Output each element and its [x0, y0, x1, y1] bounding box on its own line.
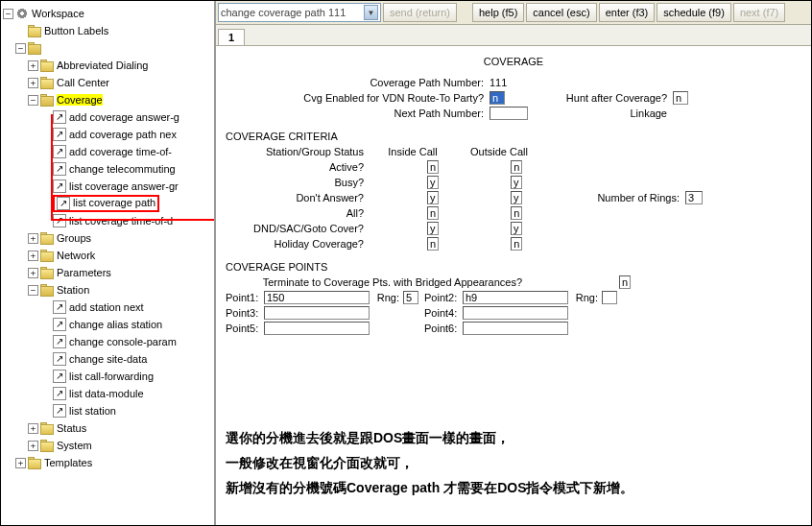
status-node[interactable]: +Status [3, 419, 212, 437]
p3-label: Point3: [226, 307, 264, 319]
folder-open-icon [40, 284, 54, 296]
terminate-label: Terminate to Coverage Pts. with Bridged … [226, 276, 528, 288]
p5-value[interactable] [264, 322, 370, 335]
p6-value[interactable] [463, 322, 568, 335]
expander-icon[interactable]: − [28, 285, 38, 296]
busy-outside[interactable]: y [511, 176, 522, 189]
coverage-item-label: change telecommuting [69, 163, 176, 175]
groups-node[interactable]: +Groups [3, 229, 212, 247]
expander-icon[interactable]: − [3, 9, 13, 19]
rng1-label: Rng: [370, 292, 403, 303]
station-item[interactable]: add station next [3, 299, 212, 316]
p4-value[interactable] [463, 306, 568, 320]
station-item-label: list call-forwarding [69, 371, 154, 382]
call-center-node[interactable]: + Call Center [3, 74, 212, 91]
container-node[interactable]: − [3, 39, 212, 57]
coverage-item[interactable]: add coverage time-of- [3, 143, 212, 160]
holiday-inside[interactable]: n [427, 237, 439, 251]
workspace-icon [15, 7, 29, 20]
busy-inside[interactable]: y [427, 176, 439, 189]
expander-icon[interactable]: + [28, 60, 38, 71]
command-combo[interactable]: change coverage path 111 ▼ [218, 3, 381, 22]
dnd-inside[interactable]: y [427, 222, 439, 235]
station-item[interactable]: list call-forwarding [3, 368, 212, 385]
coverage-item[interactable]: list coverage answer-gr [3, 178, 212, 195]
holiday-outside[interactable]: n [511, 237, 522, 251]
toolbar: change coverage path 111 ▼ send (return)… [216, 1, 811, 25]
next-button[interactable]: next (f7) [733, 3, 785, 22]
folder-icon [40, 77, 54, 88]
sg-label: Station/Group Status [226, 146, 370, 157]
button-labels-node[interactable]: Button Labels [3, 22, 212, 39]
parameters-node[interactable]: +Parameters [3, 264, 212, 281]
expander-icon[interactable]: + [28, 78, 38, 88]
coverage-node[interactable]: − Coverage [3, 91, 212, 108]
expander-icon[interactable]: − [28, 95, 38, 106]
coverage-item[interactable]: change telecommuting [3, 160, 212, 178]
annotation-arrow [51, 114, 53, 221]
cancel-button[interactable]: cancel (esc) [526, 3, 596, 22]
system-node[interactable]: +System [3, 437, 212, 454]
main-panel: change coverage path 111 ▼ send (return)… [216, 1, 811, 525]
send-button[interactable]: send (return) [383, 3, 457, 22]
next-path-value[interactable] [490, 107, 528, 120]
dont-inside[interactable]: y [427, 191, 439, 204]
expander-icon[interactable]: + [28, 233, 38, 244]
station-item-label: list data-module [69, 388, 144, 399]
enter-button[interactable]: enter (f3) [599, 3, 656, 22]
p2-value[interactable]: h9 [463, 291, 568, 304]
templates-node[interactable]: +Templates [3, 454, 212, 471]
cvg-value[interactable]: n [490, 91, 505, 105]
chevron-down-icon[interactable]: ▼ [364, 5, 378, 20]
busy-label: Busy? [226, 177, 370, 188]
terminate-value[interactable]: n [619, 275, 631, 289]
hunt-value[interactable]: n [673, 91, 688, 105]
all-inside[interactable]: n [427, 206, 439, 220]
annotation-line: 選你的分機進去後就是跟DOS畫面一樣的畫面， [226, 425, 633, 450]
tab-1[interactable]: 1 [218, 29, 245, 45]
expander-icon[interactable]: + [28, 441, 38, 451]
active-inside[interactable]: n [427, 160, 439, 174]
coverage-item[interactable]: add coverage path nex [3, 126, 212, 143]
rng2-value[interactable] [602, 291, 617, 304]
abbrev-node[interactable]: + Abbreviated Dialing [3, 57, 212, 74]
schedule-button[interactable]: schedule (f9) [657, 3, 731, 22]
p6-label: Point6: [424, 323, 463, 334]
coverage-item-label: add coverage path nex [69, 129, 177, 140]
dnd-outside[interactable]: y [511, 222, 522, 235]
workspace-node[interactable]: − Workspace [3, 5, 212, 22]
dont-label: Don't Answer? [226, 192, 370, 203]
active-outside[interactable]: n [511, 160, 522, 174]
expander-icon[interactable]: + [28, 251, 38, 261]
station-item[interactable]: change site-data [3, 350, 212, 368]
p3-value[interactable] [264, 306, 370, 320]
station-label: Station [57, 284, 89, 296]
system-label: System [57, 440, 92, 451]
station-item[interactable]: change alias station [3, 316, 212, 333]
expander-icon[interactable]: − [15, 43, 26, 54]
p1-value[interactable]: 150 [264, 291, 370, 304]
folder-icon [40, 232, 54, 244]
coverage-item[interactable]: add coverage answer-g [3, 108, 212, 126]
content-area: COVERAGE Coverage Path Number: 111 Cvg E… [216, 46, 811, 525]
rng1-value[interactable]: 5 [403, 291, 418, 304]
rings-value[interactable]: 3 [685, 191, 703, 204]
station-item[interactable]: change console-param [3, 333, 212, 350]
network-node[interactable]: +Network [3, 247, 212, 264]
coverage-item-selected[interactable]: list coverage path [3, 195, 212, 212]
station-node[interactable]: −Station [3, 281, 212, 299]
expander-icon[interactable]: + [28, 268, 38, 278]
dont-outside[interactable]: y [511, 191, 522, 204]
station-item[interactable]: list station [3, 402, 212, 419]
hunt-label: Hunt after Coverage? [505, 92, 673, 104]
expander-icon[interactable]: + [28, 423, 38, 434]
all-label: All? [226, 207, 370, 219]
coverage-item[interactable]: list coverage time-of-d [3, 212, 212, 229]
all-outside[interactable]: n [511, 206, 522, 220]
coverage-item-label: list coverage path [73, 197, 155, 208]
station-item[interactable]: list data-module [3, 385, 212, 402]
tree: − Workspace Button Labels − + Abbreviate… [1, 1, 214, 475]
help-button[interactable]: help (f5) [472, 3, 524, 22]
shortcut-icon [53, 179, 66, 193]
expander-icon[interactable]: + [15, 458, 26, 468]
